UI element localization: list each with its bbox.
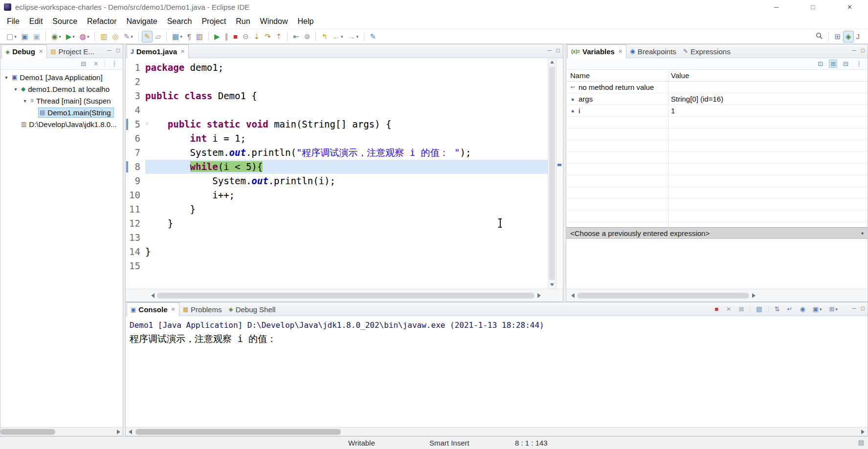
save-all-button[interactable]: ▣ [31,31,43,43]
scroll-up-arrow[interactable] [548,58,556,66]
disconnect-button[interactable]: ⊝ [240,31,251,43]
close-icon[interactable]: ✕ [618,48,623,55]
menu-edit[interactable]: Edit [24,15,48,28]
tree-item-thread-main-suspen[interactable]: ▾≡Thread [main] (Suspen [0,95,123,107]
word-wrap-toggle[interactable]: ↵ [785,305,794,313]
code-line-5[interactable]: 5○ public static void main(String[] args… [126,117,548,131]
tree-item-demo1-main-string[interactable]: ▤Demo1.main(String [0,107,123,118]
line-number[interactable]: 5 [126,117,145,131]
new-java-project-button[interactable]: ▥ [98,31,110,43]
show-whitespace-toggle[interactable]: ¶ [185,31,194,43]
view-tab-debug[interactable]: ◈Debug✕ [1,44,47,58]
java-perspective-button[interactable]: J [854,31,863,43]
new-wizard-button[interactable]: ▢▾ [4,31,19,43]
variable-row-args[interactable]: ●argsString[0] (id=16) [566,93,868,105]
tree-item-d-develop-java-jdk1-8-0[interactable]: ▥D:\Develop\Java\jdk1.8.0... [0,118,123,130]
console-hscrollbar[interactable] [126,427,868,436]
scroll-left-arrow[interactable] [571,293,575,298]
line-number[interactable]: 8 [126,160,145,174]
line-number[interactable]: 2 [126,75,145,89]
show-type-names-toggle[interactable]: ⊡ [816,60,824,68]
editor-vscrollbar[interactable] [548,58,556,289]
drop-to-frame-button[interactable]: ⇤ [290,31,302,43]
minimize-view-button[interactable]: ─ [107,47,111,54]
menu-source[interactable]: Source [47,15,82,28]
caret-position-status[interactable]: 8 : 1 : 143 [515,439,548,447]
show-logical-structures-toggle[interactable]: ⊞ [829,60,837,68]
tree-item-demo1-java-application[interactable]: ▾▣Demo1 [Java Application] [0,71,123,83]
collapse-all-button[interactable]: ⊟ [842,60,850,68]
last-edit-location-button[interactable]: ↰ [319,31,330,43]
scroll-down-arrow[interactable] [548,281,556,289]
code-line-12[interactable]: 12 } [126,216,548,231]
scroll-left-arrow[interactable] [151,293,155,298]
debug-button[interactable]: ◉▾ [49,31,64,43]
use-step-filters-toggle[interactable]: ⊚ [302,31,313,43]
save-button[interactable]: ▣ [19,31,31,43]
close-icon[interactable]: ✕ [180,48,185,55]
coverage-button[interactable]: ◍▾ [77,31,92,43]
code-line-1[interactable]: 1package demo1; [126,61,548,75]
pin-console-toggle[interactable]: ◉ [798,305,806,313]
code-line-8[interactable]: 8 while(i < 5){ [126,160,548,174]
variables-detail-pane[interactable] [566,239,868,289]
chevron-down-icon[interactable]: ▾ [861,231,864,236]
collapse-all-button[interactable]: ⊟ [79,60,88,68]
code-line-4[interactable]: 4 [126,103,548,117]
expression-combo[interactable]: <Choose a previously entered expression>… [566,227,868,239]
open-perspective-button[interactable]: ⊞ [832,31,843,43]
block-selection-toggle[interactable]: ▥ [194,31,205,43]
scroll-right-arrow[interactable] [861,429,865,434]
view-tab-breakpoints[interactable]: ◉Breakpoints [626,45,680,58]
remove-all-launches-button[interactable]: ⊠ [737,305,745,313]
view-tab-project-e[interactable]: ▤Project E... [47,45,98,58]
minimize-view-button[interactable]: ─ [547,47,552,54]
menu-window[interactable]: Window [255,15,293,28]
scroll-lock-toggle[interactable]: ⇅ [773,305,781,313]
line-number[interactable]: 6 [126,131,145,146]
pin-editor-button[interactable]: ✎ [367,31,378,43]
minimize-view-button[interactable]: ─ [852,47,856,54]
code-line-15[interactable]: 15 [126,259,548,273]
scroll-right-arrow[interactable] [752,293,756,298]
line-number[interactable]: 10 [126,188,145,202]
code-line-7[interactable]: 7 System.out.println("程序调试演示，注意观察 i 的值： … [126,146,548,160]
remove-terminated-button[interactable]: ✕ [92,60,100,68]
view-tab-console[interactable]: ▣Console✕ [127,302,179,316]
menu-run[interactable]: Run [231,15,255,28]
scrollbar-thumb[interactable] [135,429,341,435]
remove-launch-button[interactable]: ✕ [724,305,733,313]
menu-navigate[interactable]: Navigate [122,15,162,28]
line-number[interactable]: 7 [126,146,145,160]
scrollbar-thumb[interactable] [0,429,55,435]
line-number[interactable]: 4 [126,103,145,117]
line-number[interactable]: 12 [126,216,145,231]
back-button[interactable]: ←▾ [330,31,346,43]
menu-help[interactable]: Help [292,15,318,28]
console-output[interactable]: Demo1 [Java Application] D:\Develop\Java… [126,316,868,427]
external-tools-button[interactable]: ✎▾ [121,31,135,43]
view-tab-problems[interactable]: ▦Problems [179,303,225,316]
debug-hscrollbar[interactable] [0,427,123,436]
line-number[interactable]: 13 [126,231,145,245]
maximize-window-button[interactable]: □ [795,0,831,14]
view-tab-expressions[interactable]: ✎Expressions [680,45,734,58]
variables-view-menu-button[interactable]: ⋮ [854,60,864,68]
line-number[interactable]: 1 [126,61,145,75]
line-number[interactable]: 11 [126,202,145,216]
debug-perspective-button[interactable]: ◈ [843,31,854,43]
maximize-view-button[interactable]: □ [556,47,560,54]
editor-hscrollbar[interactable] [126,289,563,301]
code-line-13[interactable]: 13 [126,231,548,245]
code-line-3[interactable]: 3public class Demo1 { [126,89,548,103]
menu-file[interactable]: File [2,15,24,28]
scroll-right-arrow[interactable] [117,429,120,434]
variable-row-i[interactable]: ●i1 [566,105,868,117]
maximize-view-button[interactable]: □ [861,47,865,54]
mark-occurrences-toggle[interactable]: ✎ [142,31,153,43]
minimize-view-button[interactable]: ─ [852,305,856,312]
open-element-button[interactable]: ▦▾ [170,31,185,43]
line-number[interactable]: 9 [126,174,145,188]
line-number[interactable]: 3 [126,89,145,103]
column-header-name[interactable]: Name [566,71,668,80]
